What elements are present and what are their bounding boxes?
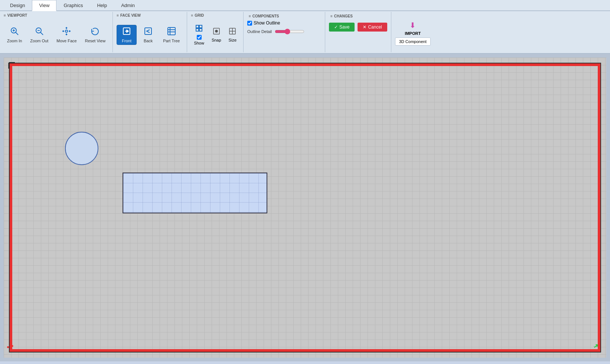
green-arrow-indicator: ↗ bbox=[593, 342, 598, 350]
zoom-out-icon bbox=[35, 27, 44, 37]
svg-point-7 bbox=[65, 30, 68, 32]
back-label: Back bbox=[144, 39, 153, 43]
canvas-inner: → • ↗ ● bbox=[4, 58, 606, 358]
zoom-in-button[interactable]: Zoom In bbox=[4, 25, 25, 45]
rectangle-shape[interactable] bbox=[123, 173, 267, 213]
show-outline-label[interactable]: Show Outline bbox=[247, 20, 280, 26]
outline-detail-row: Outline Detail bbox=[247, 27, 321, 36]
grid-title-icon: ≡ bbox=[191, 13, 193, 17]
cancel-icon: ✕ bbox=[363, 24, 366, 30]
zoom-in-label: Zoom In bbox=[7, 39, 22, 43]
grid-snap-icon bbox=[213, 27, 220, 37]
zoom-in-icon bbox=[10, 27, 19, 37]
face-view-title-icon: ≡ bbox=[117, 13, 119, 17]
zoom-out-label: Zoom Out bbox=[30, 39, 48, 43]
3d-component-button[interactable]: 3D Component bbox=[395, 37, 431, 46]
svg-rect-16 bbox=[196, 29, 199, 31]
grid-canvas bbox=[4, 58, 606, 358]
reset-view-icon bbox=[91, 27, 100, 37]
tab-graphics[interactable]: Graphics bbox=[56, 0, 90, 10]
components-title: ≡ COMPONENTS bbox=[247, 13, 321, 19]
back-icon bbox=[144, 27, 153, 37]
nav-tabs: Design View Graphics Help Admin bbox=[0, 0, 610, 11]
grid-title: ≡ GRID bbox=[189, 13, 241, 18]
grid-show-label: Show bbox=[194, 41, 204, 45]
reset-view-button[interactable]: Reset View bbox=[82, 25, 109, 45]
red-border-left bbox=[9, 63, 12, 352]
grid-buttons: Show Snap S bbox=[189, 18, 241, 52]
tab-view[interactable]: View bbox=[32, 0, 56, 11]
face-view-section: ≡ FACE VIEW Front bbox=[113, 12, 187, 52]
changes-title: ≡ CHANGES bbox=[329, 13, 387, 19]
grid-show-icon bbox=[195, 24, 203, 34]
components-section: ≡ COMPONENTS Show Outline Outline Detail bbox=[244, 12, 325, 52]
svg-line-1 bbox=[16, 32, 18, 35]
viewport-buttons: Zoom In Zoom Out bbox=[2, 18, 110, 52]
tab-design[interactable]: Design bbox=[3, 0, 32, 10]
changes-title-icon: ≡ bbox=[330, 14, 333, 18]
show-outline-row: Show Outline bbox=[247, 19, 321, 27]
grid-show-btn[interactable]: Show bbox=[191, 23, 207, 47]
front-label: Front bbox=[122, 39, 131, 43]
changes-section: ≡ CHANGES ✓ Save ✕ Cancel bbox=[325, 12, 391, 52]
svg-rect-14 bbox=[196, 25, 199, 28]
svg-rect-17 bbox=[199, 29, 202, 31]
cancel-button[interactable]: ✕ Cancel bbox=[358, 23, 387, 32]
front-button[interactable]: Front bbox=[117, 25, 137, 45]
move-face-icon bbox=[62, 27, 71, 37]
back-button[interactable]: Back bbox=[138, 25, 158, 45]
viewport-section: ≡ VIEWPORT Zoom In bbox=[0, 12, 113, 52]
show-outline-checkbox[interactable] bbox=[247, 21, 252, 26]
svg-rect-15 bbox=[199, 25, 202, 28]
reset-view-label: Reset View bbox=[85, 39, 105, 43]
viewport-title-icon: ≡ bbox=[4, 13, 6, 17]
svg-rect-9 bbox=[145, 28, 151, 35]
changes-buttons: ✓ Save ✕ Cancel bbox=[329, 19, 387, 35]
part-tree-icon bbox=[167, 27, 176, 37]
red-border-right bbox=[598, 63, 601, 352]
svg-line-5 bbox=[40, 32, 43, 35]
part-tree-label: Part Tree bbox=[163, 39, 180, 43]
save-button[interactable]: ✓ Save bbox=[329, 23, 355, 32]
red-border-bottom bbox=[9, 349, 601, 352]
grid-size-btn[interactable]: Size bbox=[226, 26, 239, 44]
red-dot-indicator: ● bbox=[7, 344, 9, 350]
grid-size-label: Size bbox=[229, 38, 237, 42]
grid-snap-label: Snap bbox=[212, 38, 221, 42]
svg-rect-10 bbox=[168, 27, 175, 35]
arrow-bottom-left: • bbox=[11, 342, 13, 350]
front-icon bbox=[122, 27, 131, 37]
toolbar: ≡ VIEWPORT Zoom In bbox=[0, 11, 610, 54]
move-face-label: Move Face bbox=[56, 39, 76, 43]
circle-shape[interactable] bbox=[65, 132, 98, 165]
import-icon: ⬇ bbox=[410, 21, 416, 30]
tab-admin[interactable]: Admin bbox=[114, 0, 142, 10]
face-view-buttons: Front Back bbox=[115, 18, 185, 52]
grid-section: ≡ GRID Show bbox=[187, 12, 244, 52]
grid-size-icon bbox=[229, 27, 236, 37]
outline-detail-slider-container bbox=[275, 29, 304, 35]
move-face-button[interactable]: Move Face bbox=[53, 25, 80, 45]
viewport-title: ≡ VIEWPORT bbox=[2, 13, 110, 18]
svg-point-19 bbox=[215, 30, 218, 32]
canvas-area: → • ↗ ● bbox=[0, 54, 610, 361]
tab-help[interactable]: Help bbox=[90, 0, 114, 10]
outline-detail-slider[interactable] bbox=[275, 29, 304, 35]
import-section: ⬇ IMPORT 3D Component bbox=[391, 12, 434, 52]
face-view-title: ≡ FACE VIEW bbox=[115, 13, 185, 18]
components-title-icon: ≡ bbox=[249, 14, 251, 18]
grid-show-checkbox[interactable] bbox=[197, 35, 202, 40]
import-button[interactable]: ⬇ IMPORT bbox=[401, 19, 425, 37]
zoom-out-button[interactable]: Zoom Out bbox=[27, 25, 52, 45]
part-tree-button[interactable]: Part Tree bbox=[160, 25, 183, 45]
save-icon: ✓ bbox=[334, 24, 338, 30]
grid-snap-btn[interactable]: Snap bbox=[209, 26, 224, 44]
red-border-top bbox=[9, 63, 601, 66]
